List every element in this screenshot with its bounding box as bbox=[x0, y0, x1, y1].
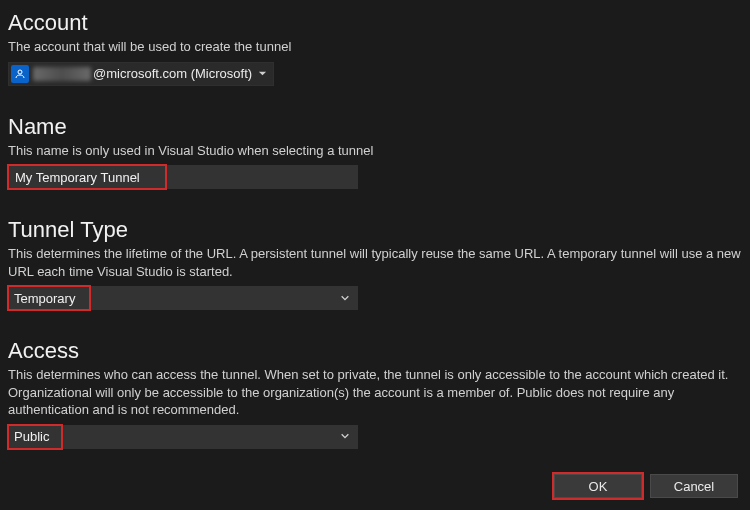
chevron-down-icon bbox=[340, 429, 350, 444]
section-title-name: Name bbox=[8, 114, 742, 140]
chevron-down-icon bbox=[340, 291, 350, 306]
dev-tunnel-dialog: Account The account that will be used to… bbox=[0, 0, 750, 510]
account-email-suffix: @microsoft.com (Microsoft) bbox=[93, 66, 252, 81]
section-title-account: Account bbox=[8, 10, 742, 36]
section-desc-account: The account that will be used to create … bbox=[8, 38, 742, 56]
tunnel-name-input[interactable] bbox=[8, 165, 358, 189]
tunnel-type-select[interactable]: Temporary bbox=[8, 286, 358, 310]
account-dropdown[interactable]: @microsoft.com (Microsoft) bbox=[8, 62, 274, 86]
section-desc-access: This determines who can access the tunne… bbox=[8, 366, 742, 419]
cancel-button[interactable]: Cancel bbox=[650, 474, 738, 498]
ok-button[interactable]: OK bbox=[554, 474, 642, 498]
access-value: Public bbox=[14, 429, 49, 444]
account-name-redacted bbox=[33, 67, 91, 81]
section-desc-name: This name is only used in Visual Studio … bbox=[8, 142, 742, 160]
caret-down-icon bbox=[258, 66, 267, 81]
section-desc-tunnel-type: This determines the lifetime of the URL.… bbox=[8, 245, 742, 280]
account-badge-icon bbox=[11, 65, 29, 83]
tunnel-type-value: Temporary bbox=[14, 291, 75, 306]
access-select[interactable]: Public bbox=[8, 425, 358, 449]
svg-point-0 bbox=[18, 70, 22, 74]
section-title-tunnel-type: Tunnel Type bbox=[8, 217, 742, 243]
dialog-button-row: OK Cancel bbox=[554, 474, 738, 498]
section-title-access: Access bbox=[8, 338, 742, 364]
